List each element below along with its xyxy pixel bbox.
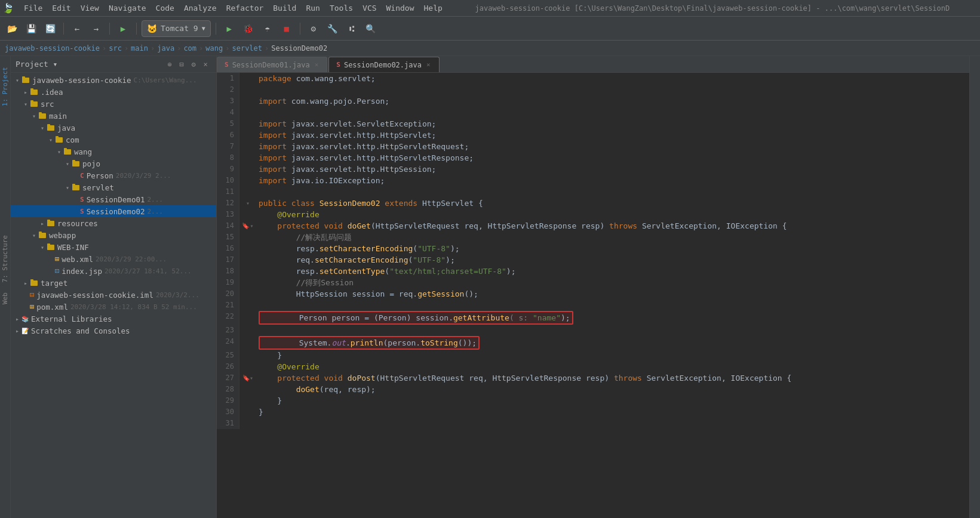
- back-button[interactable]: ←: [69, 20, 85, 37]
- tree-item-pojo[interactable]: ▾ pojo: [11, 158, 216, 169]
- tab-sessiondemo01[interactable]: S SessionDemo01.java ×: [217, 57, 327, 72]
- structure-side-label[interactable]: 7: Structure: [0, 230, 10, 287]
- line-code[interactable]: protected void doPost(HttpServletRequest…: [256, 372, 969, 384]
- stop-button[interactable]: ■: [278, 20, 295, 37]
- line-code[interactable]: public class SessionDemo02 extends HttpS…: [256, 198, 969, 209]
- tree-item-main[interactable]: ▾ main: [11, 110, 216, 122]
- menu-window[interactable]: Window: [382, 2, 419, 14]
- menu-navigate[interactable]: Navigate: [104, 2, 151, 14]
- tree-item-wang[interactable]: ▾ wang: [11, 146, 216, 158]
- line-code[interactable]: resp.setCharacterEncoding("UTF-8");: [256, 243, 969, 254]
- tree-item-target[interactable]: ▸ target: [11, 277, 216, 289]
- project-side-label[interactable]: 1: Project: [0, 62, 10, 111]
- tree-item-webinf[interactable]: ▾ WEB-INF: [11, 241, 216, 253]
- tree-item-indexjsp[interactable]: ▸ ⊡ index.jsp 2020/3/27 18:41, 52...: [11, 265, 216, 277]
- breadcrumb-src[interactable]: src: [109, 44, 122, 53]
- run-button[interactable]: ▶: [221, 20, 238, 37]
- menu-build[interactable]: Build: [268, 2, 301, 14]
- line-code[interactable]: doGet(req, resp);: [256, 384, 969, 395]
- tree-item-person[interactable]: ▸ C Person 2020/3/29 2...: [11, 169, 216, 181]
- tree-item-resources[interactable]: ▸ resources: [11, 217, 216, 229]
- open-recent-button[interactable]: 📂: [4, 20, 20, 37]
- tree-item-iml[interactable]: ▸ ⊟ javaweb-session-cookie.iml 2020/3/2.…: [11, 289, 216, 301]
- save-all-button[interactable]: 💾: [23, 20, 39, 37]
- breadcrumb-servlet[interactable]: servlet: [232, 44, 262, 53]
- tree-item-scratches[interactable]: ▸ 📝 Scratches and Consoles: [11, 325, 216, 337]
- tree-item-com[interactable]: ▾ com: [11, 134, 216, 146]
- line-code[interactable]: @Override: [256, 209, 969, 220]
- line-code[interactable]: import com.wang.pojo.Person;: [256, 95, 969, 107]
- line-code[interactable]: [256, 107, 969, 118]
- vcs-button[interactable]: ⑆: [343, 20, 360, 37]
- breadcrumb-com[interactable]: com: [183, 44, 196, 53]
- breadcrumb-main[interactable]: main: [131, 44, 148, 53]
- tree-item-servlet[interactable]: ▾ servlet: [11, 181, 216, 193]
- line-code[interactable]: [256, 418, 969, 429]
- line-code[interactable]: @Override: [256, 361, 969, 372]
- forward-button[interactable]: →: [88, 20, 105, 37]
- settings-button[interactable]: ⚙: [305, 20, 322, 37]
- tree-item-root[interactable]: ▾ javaweb-session-cookie C:\Users\Wang..…: [11, 74, 216, 86]
- tree-item-sessiondemo01[interactable]: ▸ S SessionDemo01 2...: [11, 193, 216, 205]
- menu-tools[interactable]: Tools: [325, 2, 358, 14]
- debug-button[interactable]: 🐞: [240, 20, 257, 37]
- line-code[interactable]: }: [256, 395, 969, 406]
- menu-help[interactable]: Help: [419, 2, 447, 14]
- line-code[interactable]: Person person = (Person) session.getAttr…: [256, 311, 969, 325]
- web-side-label[interactable]: Web: [0, 288, 10, 309]
- breadcrumb-java[interactable]: java: [157, 44, 174, 53]
- tree-item-idea[interactable]: ▸ .idea: [11, 86, 216, 98]
- menu-run[interactable]: Run: [301, 2, 324, 14]
- line-code[interactable]: import javax.servlet.http.HttpSession;: [256, 164, 969, 175]
- menu-file[interactable]: File: [19, 2, 47, 14]
- line-code[interactable]: HttpSession session = req.getSession();: [256, 288, 969, 300]
- menu-edit[interactable]: Edit: [47, 2, 75, 14]
- menu-vcs[interactable]: VCS: [358, 2, 381, 14]
- tab-sessiondemo02-close[interactable]: ×: [425, 60, 432, 69]
- tree-item-java[interactable]: ▾ java: [11, 122, 216, 134]
- tab-sessiondemo02[interactable]: S SessionDemo02.java ×: [328, 57, 439, 72]
- line-code[interactable]: import javax.servlet.http.HttpServletRes…: [256, 152, 969, 164]
- line-code[interactable]: [256, 84, 969, 95]
- menu-code[interactable]: Code: [151, 2, 179, 14]
- project-settings-button[interactable]: ⚙: [188, 58, 199, 70]
- tree-item-webxml[interactable]: ▸ ⊞ web.xml 2020/3/29 22:00...: [11, 253, 216, 265]
- line-code[interactable]: import java.io.IOException;: [256, 175, 969, 186]
- line-code[interactable]: [256, 186, 969, 198]
- line-code[interactable]: }: [256, 406, 969, 418]
- line-code[interactable]: import javax.servlet.ServletException;: [256, 118, 969, 130]
- external-tools-button[interactable]: 🔧: [324, 20, 341, 37]
- line-code[interactable]: resp.setContentType("text/html;charset=U…: [256, 266, 969, 277]
- tree-item-webapp[interactable]: ▾ webapp: [11, 229, 216, 241]
- tomcat-config-button[interactable]: 🐱 Tomcat 9 ▼: [142, 20, 211, 37]
- search-everywhere-button[interactable]: 🔍: [362, 20, 379, 37]
- tree-item-pomxml[interactable]: ▸ ⊞ pom.xml 2020/3/28 14:12, 834 B 52 mi…: [11, 301, 216, 313]
- tree-item-sessiondemo02[interactable]: ▸ S SessionDemo02 2...: [11, 205, 216, 217]
- line-code[interactable]: [256, 325, 969, 336]
- project-close-button[interactable]: ×: [199, 58, 211, 70]
- line-code[interactable]: //得到Session: [256, 277, 969, 288]
- build-project-button[interactable]: ▶: [115, 20, 131, 37]
- breadcrumb-project[interactable]: javaweb-session-cookie: [5, 44, 100, 53]
- line-code[interactable]: import javax.servlet.http.HttpServletReq…: [256, 141, 969, 152]
- line-code[interactable]: protected void doGet(HttpServletRequest …: [256, 220, 969, 232]
- synchronize-button[interactable]: 🔄: [42, 20, 59, 37]
- menu-analyze[interactable]: Analyze: [179, 2, 222, 14]
- line-code[interactable]: package com.wang.servlet;: [256, 73, 969, 84]
- code-editor[interactable]: 1package com.wang.servlet;23import com.w…: [217, 73, 969, 518]
- project-collapse-button[interactable]: ⊟: [176, 58, 188, 70]
- line-code[interactable]: //解决乱码问题: [256, 232, 969, 243]
- menu-view[interactable]: View: [76, 2, 104, 14]
- line-code[interactable]: [256, 300, 969, 311]
- line-code[interactable]: import javax.servlet.http.HttpServlet;: [256, 130, 969, 141]
- menu-refactor[interactable]: Refactor: [222, 2, 269, 14]
- line-code[interactable]: System.out.println(person.toString());: [256, 336, 969, 350]
- breadcrumb-wang[interactable]: wang: [205, 44, 223, 53]
- tree-item-external-libs[interactable]: ▸ 📚 External Libraries: [11, 313, 216, 325]
- project-add-button[interactable]: ⊕: [164, 58, 176, 70]
- tab-sessiondemo01-close[interactable]: ×: [314, 60, 320, 69]
- tree-item-src[interactable]: ▾ src: [11, 98, 216, 110]
- run-coverage-button[interactable]: ☂: [259, 20, 276, 37]
- line-code[interactable]: req.setCharacterEncoding("UTF-8");: [256, 254, 969, 266]
- line-code[interactable]: }: [256, 350, 969, 361]
